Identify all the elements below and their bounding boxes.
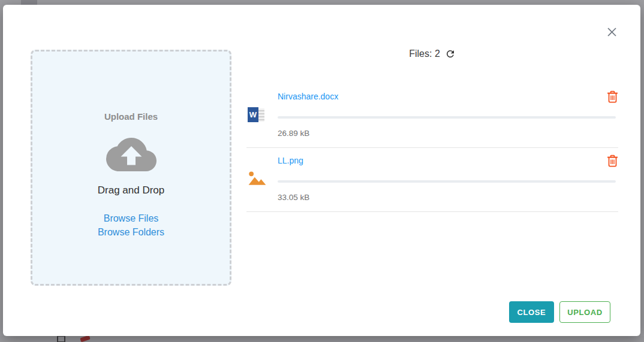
files-count-label: Files: 2 <box>409 49 440 59</box>
dropzone-title: Upload Files <box>104 111 158 122</box>
file-name-link[interactable]: LL.png <box>278 156 303 165</box>
background-page-remnant <box>21 0 37 5</box>
upload-progress-bar <box>278 180 616 183</box>
drag-drop-zone[interactable]: Upload Files Drag and Drop Browse Files … <box>31 50 231 286</box>
file-name-link[interactable]: Nirvashare.docx <box>278 92 338 101</box>
file-row: LL.png 33.05 kB <box>246 148 618 212</box>
file-list-panel: Files: 2 Nirvashare.docx W 26.89 kB <box>246 47 618 212</box>
files-header: Files: 2 <box>246 47 618 61</box>
file-row: Nirvashare.docx W 26.89 kB <box>246 84 618 148</box>
close-button[interactable]: CLOSE <box>509 301 554 323</box>
delete-file-icon[interactable] <box>606 155 618 168</box>
file-size-label: 33.05 kB <box>278 193 309 202</box>
refresh-icon[interactable] <box>445 49 456 59</box>
drag-drop-label: Drag and Drop <box>98 184 165 196</box>
file-size-label: 26.89 kB <box>278 129 309 138</box>
upload-button[interactable]: UPLOAD <box>559 301 610 323</box>
cloud-upload-icon <box>106 138 157 171</box>
upload-progress-bar <box>278 116 616 119</box>
background-checkbox-remnant <box>57 335 65 342</box>
upload-files-dialog: Upload Files Drag and Drop Browse Files … <box>3 5 640 336</box>
x-icon <box>607 27 617 37</box>
background-bottom-strip <box>0 336 644 342</box>
word-letter: W <box>248 107 258 122</box>
delete-file-icon[interactable] <box>606 90 618 104</box>
word-document-icon: W <box>248 106 268 124</box>
image-file-icon <box>248 170 268 188</box>
browse-files-link[interactable]: Browse Files <box>104 213 159 224</box>
dialog-close-icon[interactable] <box>606 27 618 39</box>
browse-folders-link[interactable]: Browse Folders <box>98 227 164 238</box>
